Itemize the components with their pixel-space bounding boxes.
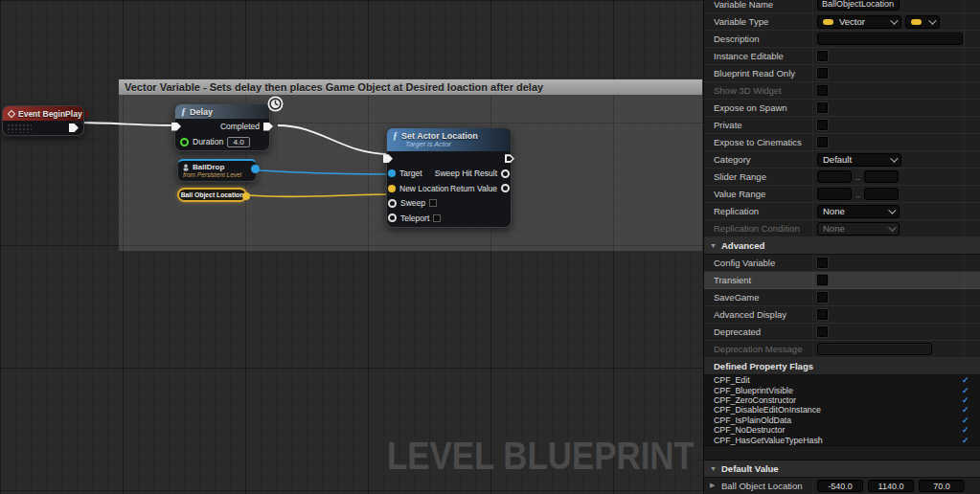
advanced-display-label: Advanced Display <box>714 309 786 320</box>
sweep-hit-result-label: Sweep Hit Result <box>435 168 497 178</box>
blueprint-read-only-label: Blueprint Read Only <box>714 68 795 79</box>
exec-in-pin[interactable] <box>171 123 181 131</box>
expose-to-cinematics-checkbox[interactable] <box>817 137 828 147</box>
balldrop-subtitle: from Persistent Level <box>178 171 256 178</box>
flag-name: CPF_Edit <box>714 375 750 385</box>
config-variable-checkbox[interactable] <box>817 258 828 268</box>
actor-icon <box>182 164 190 171</box>
flag-check-icon: ✓ <box>962 386 969 395</box>
instance-editable-checkbox[interactable] <box>817 51 828 61</box>
flag-check-icon: ✓ <box>962 375 969 385</box>
variable-name-input[interactable]: BallObjectLocation <box>817 0 900 11</box>
comment-header[interactable]: Vector Variable - Sets delay then places… <box>119 79 702 95</box>
value-range-min-input[interactable] <box>817 188 852 200</box>
target-pin[interactable] <box>388 169 396 177</box>
sweep-checkbox[interactable] <box>429 199 437 207</box>
default-value-section-label: Default Value <box>721 463 779 474</box>
flag-name: CPF_BlueprintVisible <box>714 386 793 395</box>
variable-type-dropdown[interactable]: Vector <box>817 15 901 29</box>
node-event-beginplay[interactable]: Event BeginPlay <box>2 105 84 136</box>
node-set-actor-location[interactable]: ƒ Set Actor Location Target is Actor Tar… <box>386 127 512 228</box>
private-checkbox[interactable] <box>817 120 828 130</box>
exec-in-pin[interactable] <box>383 154 393 163</box>
new-location-pin[interactable] <box>388 185 396 192</box>
flag-check-icon: ✓ <box>962 436 969 445</box>
detail-row-transient: Transient <box>704 272 980 289</box>
replication-condition-dropdown: None <box>817 222 900 236</box>
detail-row-private: Private <box>704 117 980 134</box>
vector-out-pin[interactable] <box>242 192 250 200</box>
transient-checkbox[interactable] <box>817 275 828 285</box>
teleport-checkbox[interactable] <box>433 214 441 222</box>
node-balldrop-reference[interactable]: BallDrop from Persistent Level <box>177 159 257 182</box>
flag-cpf_disableeditoninstance: CPF_DisableEditOnInstance✓ <box>704 405 980 415</box>
detail-row-expose-on-spawn: Expose on Spawn <box>704 100 980 117</box>
vector-type-pill-icon <box>911 19 922 25</box>
collapse-arrow-icon[interactable]: ▼ <box>710 242 717 249</box>
detail-row-savegame: SaveGame <box>704 289 980 306</box>
ball-object-location-default-y-input[interactable]: 1140.0 <box>868 480 914 492</box>
expand-arrow-icon[interactable]: ▶ <box>710 482 715 489</box>
slider-range-max-input[interactable] <box>864 170 899 183</box>
detail-row-category: CategoryDefault <box>704 151 980 168</box>
replication-dropdown[interactable]: None <box>817 205 900 218</box>
sweep-hit-result-pin[interactable] <box>501 169 510 178</box>
deprecation-message-label: Deprecation Message <box>714 344 802 354</box>
flag-cpf_edit: CPF_Edit✓ <box>704 375 980 385</box>
slider-range-min-input[interactable] <box>817 170 852 183</box>
category-dropdown[interactable]: Default <box>817 153 901 167</box>
savegame-checkbox[interactable] <box>817 292 828 303</box>
flag-check-icon: ✓ <box>962 395 969 405</box>
container-type-dropdown[interactable] <box>905 15 940 29</box>
flag-name: CPF_ZeroConstructor <box>714 395 796 405</box>
variable-type-label: Variable Type <box>714 16 768 27</box>
exec-out-pin[interactable] <box>69 124 79 132</box>
category-value: Default <box>823 154 884 165</box>
replication-condition-value: None <box>823 223 882 234</box>
advanced-display-checkbox[interactable] <box>817 309 828 320</box>
duration-value-input[interactable]: 4.0 <box>227 137 250 147</box>
balldrop-object-pin[interactable] <box>251 165 260 173</box>
node-grip-texture <box>7 124 32 133</box>
flag-check-icon: ✓ <box>962 425 969 435</box>
expose-on-spawn-checkbox[interactable] <box>817 102 828 113</box>
delay-node-header: ƒ Delay <box>175 104 269 119</box>
latent-clock-icon <box>267 96 284 112</box>
setactor-node-subtitle: Target is Actor <box>405 140 451 148</box>
detail-row-default-value-section: ▼Default Value <box>704 460 980 478</box>
transient-label: Transient <box>714 275 751 285</box>
blueprint-read-only-checkbox[interactable] <box>817 68 828 79</box>
node-ball-object-location-get[interactable]: Ball Object Location <box>177 188 247 202</box>
description-input[interactable] <box>817 33 963 45</box>
collapse-arrow-icon[interactable]: ▼ <box>710 465 717 472</box>
chevron-down-icon <box>890 16 898 24</box>
defined-property-flags-label: Defined Property Flags <box>714 361 813 371</box>
teleport-pin[interactable] <box>388 213 397 222</box>
delay-node-title: Delay <box>190 107 213 117</box>
vector-type-pill-icon <box>823 19 833 25</box>
duration-float-pin[interactable] <box>180 138 189 146</box>
show-3d-widget-label: Show 3D Widget <box>714 85 782 96</box>
detail-row-ball-object-location-default: ▶Ball Object Location-540.01140.070.0 <box>704 478 980 494</box>
slider-range-label: Slider Range <box>714 171 766 182</box>
return-value-pin[interactable] <box>501 184 510 192</box>
ball-object-location-default-x-input[interactable]: -540.0 <box>817 480 863 492</box>
flag-check-icon: ✓ <box>962 415 969 425</box>
node-delay[interactable]: ƒ Delay Completed Durati <box>174 103 270 151</box>
replication-value: None <box>823 206 882 216</box>
range-separator: .. <box>855 172 860 182</box>
sweep-pin[interactable] <box>388 199 397 208</box>
range-separator: .. <box>855 190 860 199</box>
replication-label: Replication <box>714 206 759 216</box>
flag-check-icon: ✓ <box>962 405 969 415</box>
ball-object-location-default-z-input[interactable]: 70.0 <box>919 480 965 492</box>
value-range-max-input[interactable] <box>864 188 899 200</box>
deprecated-checkbox[interactable] <box>817 326 828 337</box>
detail-row-defined-property-flags: Defined Property Flags <box>704 358 980 375</box>
return-value-label: Return Value <box>450 184 497 193</box>
deprecated-label: Deprecated <box>714 326 761 337</box>
detail-row-value-range: Value Range.. <box>704 186 980 203</box>
chevron-down-icon <box>888 223 896 231</box>
event-node-header: Event BeginPlay <box>3 106 83 121</box>
detail-row-description: Description <box>704 31 980 48</box>
